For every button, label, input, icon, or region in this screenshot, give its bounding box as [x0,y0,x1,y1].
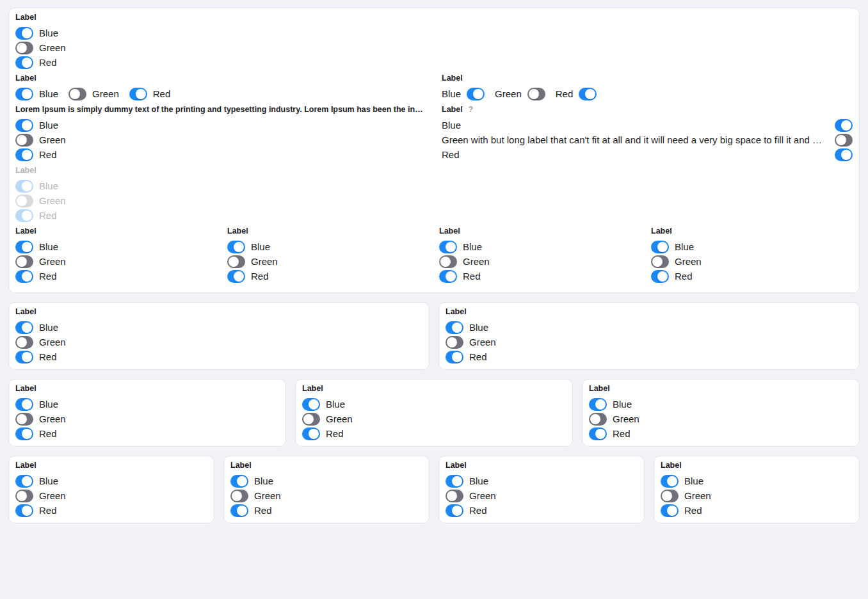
red-toggle-switch[interactable] [446,351,463,363]
blue-toggle-label[interactable]: Blue [39,241,58,253]
green-toggle-label[interactable]: Green [469,490,496,502]
green-toggle-label[interactable]: Green [675,255,702,268]
red-toggle-switch[interactable] [661,504,679,517]
green-toggle-label[interactable]: Green [39,490,66,502]
red-toggle-switch[interactable] [15,56,33,69]
red-toggle-switch[interactable] [230,504,248,517]
red-toggle-switch[interactable] [15,427,33,440]
red-toggle-label[interactable]: Red [39,504,57,516]
blue-toggle-label[interactable]: Blue [39,475,58,487]
red-toggle-switch[interactable] [302,427,320,440]
green-toggle-label[interactable]: Green [39,413,66,425]
red-toggle-label[interactable]: Red [613,427,631,440]
green-toggle-switch[interactable] [651,255,669,268]
green-toggle-label[interactable]: Green [92,88,119,100]
red-toggle-switch[interactable] [227,270,245,283]
blue-toggle-switch[interactable] [15,88,33,100]
green-toggle-switch[interactable] [227,255,245,268]
red-toggle-label[interactable]: Red [675,270,693,282]
blue-toggle-switch[interactable] [15,119,33,132]
green-toggle-switch[interactable] [15,42,33,54]
red-toggle-switch[interactable] [589,427,607,440]
green-toggle-label[interactable]: Green [39,42,66,54]
red-toggle-switch[interactable] [579,88,597,100]
green-toggle-switch[interactable] [15,255,33,268]
green-toggle-switch[interactable] [15,490,33,502]
blue-toggle-switch[interactable] [15,27,33,40]
red-toggle-label[interactable]: Red [684,504,702,516]
green-toggle-label[interactable]: Green [326,413,353,425]
red-toggle-switch[interactable] [15,148,33,161]
green-toggle-switch[interactable] [661,490,679,502]
green-toggle-label[interactable]: Green [469,336,496,348]
blue-toggle-label[interactable]: Blue [469,475,488,487]
red-toggle-switch[interactable] [835,148,853,161]
red-toggle-label[interactable]: Red [442,148,460,161]
green-toggle-switch[interactable] [15,413,33,426]
blue-toggle-label[interactable]: Blue [254,475,273,487]
green-toggle-label[interactable]: Green [463,255,490,268]
blue-toggle-label[interactable]: Blue [613,398,632,410]
help-icon[interactable]: ? [469,105,473,115]
blue-toggle-switch[interactable] [467,88,485,100]
red-toggle-label[interactable]: Red [153,88,171,100]
red-toggle-label[interactable]: Red [254,504,272,516]
blue-toggle-switch[interactable] [651,241,669,253]
red-toggle-label[interactable]: Red [39,427,57,440]
green-toggle-label-long[interactable]: Green with but long label that can't fit… [442,134,828,146]
green-toggle-label[interactable]: Green [495,88,522,100]
red-toggle-label[interactable]: Red [469,351,487,363]
green-toggle-switch[interactable] [446,336,463,349]
red-toggle-label[interactable]: Red [39,270,57,282]
green-toggle-switch[interactable] [15,134,33,147]
blue-toggle-switch[interactable] [446,475,463,488]
red-toggle-switch[interactable] [439,270,457,283]
green-toggle-switch[interactable] [15,336,33,349]
green-toggle-label[interactable]: Green [39,134,66,146]
green-toggle-label[interactable]: Green [254,490,281,502]
green-toggle-switch[interactable] [68,88,86,100]
blue-toggle-label[interactable]: Blue [251,241,270,253]
green-toggle-label[interactable]: Green [39,336,66,348]
red-toggle-label[interactable]: Red [39,148,57,161]
red-toggle-switch[interactable] [15,351,33,363]
blue-toggle-label[interactable]: Blue [463,241,482,253]
red-toggle-label[interactable]: Red [469,504,487,516]
red-toggle-switch[interactable] [129,88,147,100]
red-toggle-switch[interactable] [15,504,33,517]
blue-toggle-label[interactable]: Blue [442,119,461,131]
blue-toggle-switch[interactable] [15,321,33,334]
red-toggle-switch[interactable] [446,504,463,517]
blue-toggle-switch[interactable] [230,475,248,488]
blue-toggle-switch[interactable] [227,241,245,253]
red-toggle-label[interactable]: Red [39,56,57,68]
green-toggle-label[interactable]: Green [251,255,278,268]
blue-toggle-label[interactable]: Blue [39,321,58,333]
green-toggle-label[interactable]: Green [613,413,639,425]
blue-toggle-switch[interactable] [661,475,679,488]
blue-toggle-switch[interactable] [15,241,33,253]
blue-toggle-label[interactable]: Blue [684,475,703,487]
red-toggle-switch[interactable] [651,270,669,283]
blue-toggle-switch[interactable] [446,321,463,334]
green-toggle-switch[interactable] [835,134,853,147]
blue-toggle-switch[interactable] [15,398,33,411]
blue-toggle-label[interactable]: Blue [326,398,345,410]
green-toggle-label[interactable]: Green [39,255,66,268]
red-toggle-label[interactable]: Red [251,270,269,282]
blue-toggle-label[interactable]: Blue [675,241,694,253]
blue-toggle-switch[interactable] [589,398,607,411]
red-toggle-label[interactable]: Red [463,270,481,282]
green-toggle-switch[interactable] [230,490,248,502]
blue-toggle-label[interactable]: Blue [39,88,58,100]
red-toggle-label[interactable]: Red [556,88,574,100]
green-toggle-switch[interactable] [302,413,320,426]
green-toggle-switch[interactable] [527,88,545,100]
red-toggle-label[interactable]: Red [39,351,57,363]
blue-toggle-label[interactable]: Blue [39,398,58,410]
blue-toggle-label[interactable]: Blue [469,321,488,333]
green-toggle-switch[interactable] [439,255,457,268]
blue-toggle-switch[interactable] [835,119,853,132]
green-toggle-label[interactable]: Green [684,490,711,502]
red-toggle-switch[interactable] [15,270,33,283]
